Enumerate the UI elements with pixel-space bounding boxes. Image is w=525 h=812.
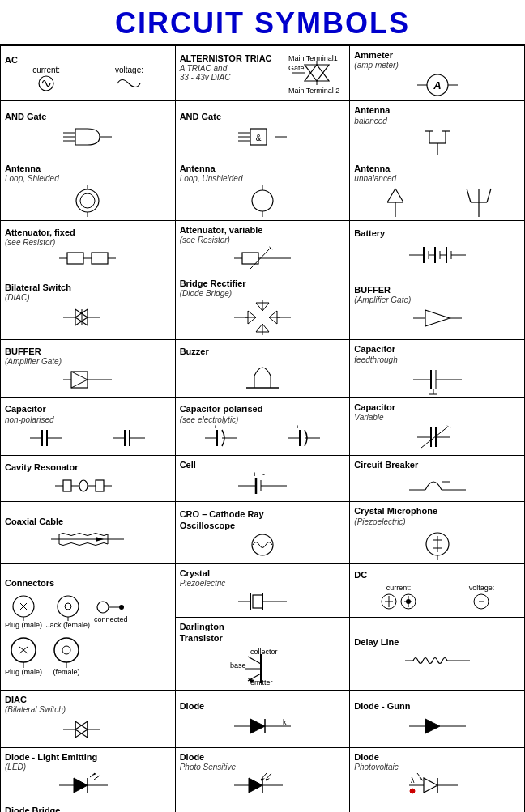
svg-point-128 (79, 480, 88, 491)
svg-marker-195 (75, 721, 88, 738)
cell-antenna-loop-un: Antenna Loop, Unshielded (176, 159, 351, 221)
svg-marker-196 (75, 721, 88, 738)
svg-marker-217 (249, 778, 262, 793)
svg-text:k: k (283, 718, 287, 726)
svg-marker-225 (424, 778, 438, 793)
svg-point-31 (76, 189, 99, 212)
svg-rect-126 (63, 480, 71, 491)
svg-text:Main Terminal1: Main Terminal1 (288, 54, 338, 62)
svg-line-41 (395, 189, 403, 202)
svg-text:Gate: Gate (288, 64, 305, 72)
svg-marker-209 (74, 778, 88, 793)
cell-and2: AND Gate & (176, 101, 351, 159)
svg-rect-90 (71, 372, 88, 388)
cell-coaxial: Coaxial Cable (1, 502, 176, 563)
cell-diode-led: Diode - Light Emitting (LED) (1, 748, 176, 801)
svg-rect-172 (253, 595, 262, 608)
cell-cap-nonpol: Capacitor non-polarised (1, 398, 176, 456)
svg-point-32 (80, 193, 95, 208)
cell-ammeter: Ammeter (amp meter) A (350, 46, 525, 101)
svg-rect-50 (92, 253, 108, 264)
svg-point-162 (119, 605, 124, 610)
svg-text:+: + (253, 470, 257, 478)
svg-point-167 (54, 638, 79, 662)
svg-line-187 (248, 657, 261, 664)
svg-line-212 (90, 773, 95, 777)
cell-antenna-loop-sh: Antenna Loop, Shielded (1, 159, 176, 221)
svg-marker-146 (96, 537, 104, 542)
svg-text:Main Terminal 2: Main Terminal 2 (288, 87, 339, 95)
svg-point-168 (62, 646, 70, 654)
cell-diac: DIAC (Bilateral Switch) (1, 691, 176, 748)
cell-dc: DC current: (350, 564, 525, 618)
cell-attenuator-variable: Attenuator, variable (see Resistor) (176, 221, 351, 274)
svg-line-46 (487, 189, 491, 202)
svg-marker-56 (269, 246, 273, 250)
cell-buzzer: Buzzer (176, 340, 351, 397)
svg-text:-: - (262, 470, 265, 478)
cell-circuit-breaker: Circuit Breaker (350, 456, 525, 502)
svg-text:A: A (433, 79, 441, 91)
cell-triac: ALTERNISTOR TRIAC A TRIAC and 33 - 43v D… (176, 46, 351, 101)
svg-line-92 (71, 380, 88, 388)
svg-point-231 (410, 789, 415, 793)
cell-diode-pv: Diode Photovoltaic λ (350, 748, 525, 801)
cell-bilateral: Bilateral Switch (DIAC) (1, 274, 176, 340)
cell-crystal-mic: Crystal Microphone (Piezoelectric) (350, 502, 525, 563)
svg-point-157 (58, 596, 79, 617)
cell-attenuator-fixed: Attenuator, fixed (see Resistor) (1, 221, 176, 274)
svg-text:λ: λ (411, 776, 415, 784)
svg-marker-4 (305, 65, 329, 81)
svg-point-181 (406, 599, 411, 604)
cell-cap-feedthrough: Capacitor feedthrough (350, 340, 525, 397)
cell-and1: AND Gate (1, 101, 176, 159)
cell-diode-varactor: Diode - Varactor (350, 801, 525, 812)
svg-point-158 (65, 603, 71, 610)
cell-diode: Diode k (176, 691, 351, 748)
svg-line-40 (387, 189, 395, 202)
cell-diode-photo: Diode Photo Sensitive (176, 748, 351, 801)
cell-battery: Battery (350, 221, 525, 274)
svg-marker-87 (425, 310, 450, 326)
svg-marker-206 (425, 719, 440, 733)
cell-connectors: Connectors Plug (male) Jack (female) (1, 564, 176, 691)
cell-diode-bridge2: Diode Bridge (Bridge Rectifier) (1, 801, 176, 812)
svg-rect-53 (242, 253, 258, 264)
cell-cro: CRO – Cathode Ray Oscilloscope (176, 502, 351, 563)
svg-rect-130 (96, 480, 104, 491)
svg-text:base: base (230, 661, 246, 670)
svg-marker-201 (250, 719, 265, 733)
page-title: CIRCUIT SYMBOLS (0, 0, 525, 45)
svg-text:collector: collector (250, 648, 278, 656)
svg-line-229 (417, 773, 422, 780)
svg-line-44 (467, 189, 471, 202)
svg-point-147 (252, 534, 273, 555)
cell-cell: Cell + - (176, 456, 351, 502)
cell-diode-pin: Diode - Pin (176, 801, 351, 812)
cell-cap-pol: Capacitor polarised (see electrolytic) +… (176, 398, 351, 456)
svg-line-214 (94, 776, 100, 780)
svg-line-91 (71, 372, 88, 380)
cell-delay-line: Delay Line (350, 618, 525, 691)
svg-rect-48 (67, 253, 83, 264)
cell-crystal-piezo: Crystal Piezoelectric (176, 564, 351, 618)
svg-text:&: & (256, 134, 262, 142)
cell-darlington: Darlington Transistor collector base emi… (176, 618, 351, 691)
cell-antenna-unbalanced: Antenna unbalanced (350, 159, 525, 221)
cell-diode-gunn: Diode - Gunn (350, 691, 525, 748)
svg-marker-3 (305, 65, 329, 81)
svg-point-160 (97, 602, 109, 613)
cell-bridge-rectifier: Bridge Rectifier (Diode Bridge) (176, 274, 351, 340)
cell-buffer2: BUFFER (Amplifier Gate) (1, 340, 176, 397)
svg-text:+: + (296, 423, 300, 431)
cell-ac: AC current: voltage: (1, 46, 176, 101)
svg-text:+: + (213, 423, 217, 431)
cell-buffer-amp: BUFFER (Amplifier Gate) (350, 274, 525, 340)
cell-antenna-balanced: Antenna balanced (350, 101, 525, 159)
svg-point-35 (252, 190, 273, 211)
cell-cap-var: Capacitor Variable (350, 398, 525, 456)
cell-cavity-resonator: Cavity Resonator (1, 456, 176, 502)
